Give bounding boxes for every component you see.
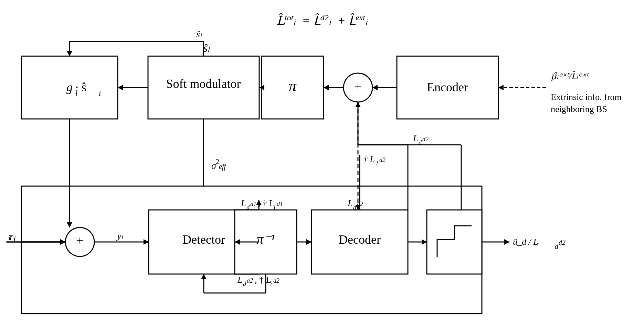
- svg-text:π: π: [288, 77, 297, 95]
- diagram-container: L̂totᵢ = L̂d2ᵢ + L̂extᵢ g l · ŝ i ŝᵢ Sof…: [0, 0, 644, 334]
- svg-text:L: L: [413, 133, 418, 143]
- svg-text:L: L: [241, 198, 246, 208]
- svg-text:û_d / L: û_d / L: [513, 237, 538, 247]
- svg-text:a2: a2: [247, 277, 253, 284]
- svg-text:ŝᵢ: ŝᵢ: [196, 29, 202, 39]
- svg-text:L: L: [347, 198, 352, 208]
- svg-text:+: +: [355, 79, 361, 93]
- svg-text:, † L: , † L: [258, 198, 275, 208]
- svg-text:, † L: , † L: [255, 275, 271, 285]
- svg-text:d1: d1: [277, 201, 283, 208]
- svg-text:d2: d2: [422, 136, 429, 143]
- svg-text:d: d: [246, 204, 250, 211]
- svg-text:i: i: [274, 204, 275, 211]
- svg-text:d: d: [243, 281, 246, 287]
- svg-text:g: g: [66, 80, 73, 94]
- svg-rect-41: [427, 210, 482, 274]
- svg-text:a2: a2: [273, 277, 279, 284]
- svg-text:i: i: [99, 89, 101, 98]
- svg-text:Soft modulator: Soft modulator: [166, 77, 241, 91]
- svg-text:i: i: [270, 281, 272, 287]
- svg-text:d1: d1: [250, 201, 256, 208]
- svg-text:π⁻¹: π⁻¹: [256, 231, 275, 247]
- svg-text:† L: † L: [363, 154, 375, 164]
- svg-text:eff: eff: [219, 163, 226, 171]
- svg-text:d2: d2: [559, 239, 566, 246]
- svg-text:+: +: [76, 234, 83, 247]
- svg-text:ŝᵢ: ŝᵢ: [203, 42, 210, 54]
- svg-text:· ŝ: · ŝ: [75, 80, 86, 94]
- svg-text:d2: d2: [379, 156, 386, 163]
- svg-text:Detector: Detector: [182, 233, 225, 246]
- svg-text:yₗ: yₗ: [116, 231, 124, 241]
- svg-text:d: d: [419, 139, 422, 146]
- svg-text:μ̂ᵢᵉˣᵗ/L̂ᵢᵉˣᵗ: μ̂ᵢᵉˣᵗ/L̂ᵢᵉˣᵗ: [551, 71, 590, 81]
- svg-text:r: r: [9, 231, 12, 242]
- svg-text:i: i: [376, 160, 378, 167]
- svg-text:Encoder: Encoder: [427, 80, 468, 94]
- svg-text:l: l: [13, 237, 15, 245]
- svg-text:Decoder: Decoder: [339, 233, 381, 246]
- svg-text:Extrinsic info. from: Extrinsic info. from: [551, 92, 622, 102]
- svg-text:L: L: [237, 275, 242, 285]
- svg-text:neighboring BS: neighboring BS: [551, 104, 607, 114]
- svg-text:d: d: [555, 243, 559, 250]
- svg-text:−: −: [72, 234, 76, 242]
- svg-text:2: 2: [216, 158, 219, 165]
